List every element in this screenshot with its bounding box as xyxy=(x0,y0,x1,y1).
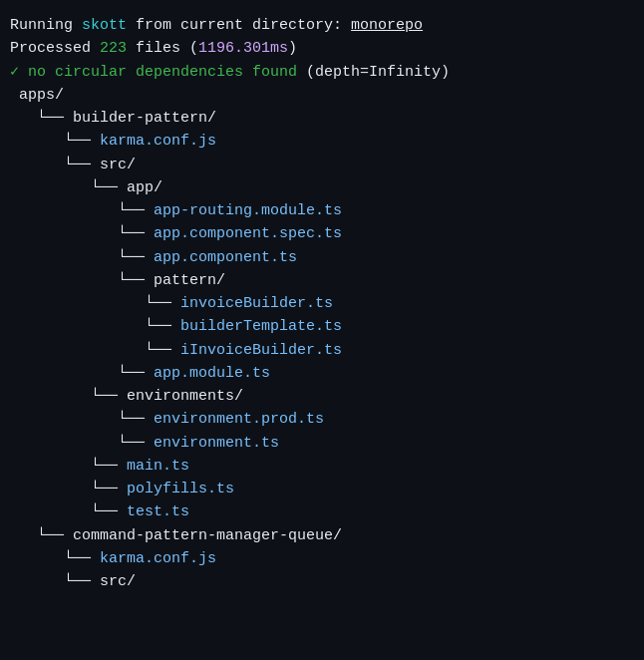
terminal-line-app-dir: └── app/ xyxy=(10,176,634,199)
terminal-line-builderTemplate: └── builderTemplate.ts xyxy=(10,315,634,338)
terminal-output: Running skott from current directory: mo… xyxy=(10,14,634,593)
terminal-line-env-prod: └── environment.prod.ts xyxy=(10,408,634,431)
terminal-line-command-pattern: └── command-pattern-manager-queue/ xyxy=(10,524,634,547)
terminal-line-main-ts: └── main.ts xyxy=(10,455,634,478)
terminal-line-app-component-spec: └── app.component.spec.ts xyxy=(10,222,634,245)
terminal-line-test-ts: └── test.ts xyxy=(10,500,634,523)
terminal-line-polyfills-ts: └── polyfills.ts xyxy=(10,478,634,500)
terminal-line-karma-conf-2: └── karma.conf.js xyxy=(10,547,634,570)
terminal-line-apps-dir: apps/ xyxy=(10,84,634,107)
terminal-line-environments-dir: └── environments/ xyxy=(10,385,634,408)
terminal-line-running-line: Running skott from current directory: mo… xyxy=(10,14,634,37)
terminal-line-invoiceBuilder: └── invoiceBuilder.ts xyxy=(10,292,634,315)
terminal-line-iInvoiceBuilder: └── iInvoiceBuilder.ts xyxy=(10,339,634,362)
terminal-line-app-routing: └── app-routing.module.ts xyxy=(10,199,634,222)
terminal-line-src-dir-1: └── src/ xyxy=(10,154,634,176)
terminal-line-app-module: └── app.module.ts xyxy=(10,362,634,385)
terminal-line-src-dir-2: └── src/ xyxy=(10,570,634,593)
terminal-line-builder-pattern: └── builder-pattern/ xyxy=(10,107,634,130)
terminal-line-env-ts: └── environment.ts xyxy=(10,432,634,455)
terminal-line-circular-line: ✓ no circular dependencies found (depth=… xyxy=(10,61,634,84)
terminal-line-karma-conf-1: └── karma.conf.js xyxy=(10,130,634,153)
terminal-line-processed-line: Processed 223 files (1196.301ms) xyxy=(10,37,634,60)
terminal-line-app-component: └── app.component.ts xyxy=(10,246,634,269)
terminal-line-pattern-dir: └── pattern/ xyxy=(10,269,634,292)
